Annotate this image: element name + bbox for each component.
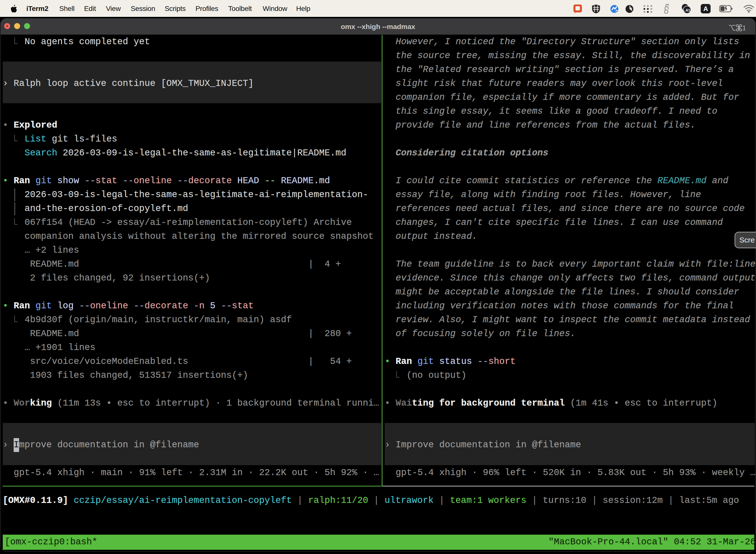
- svg-text:1: 1: [742, 24, 745, 32]
- svg-text:..61: ..61: [684, 8, 690, 12]
